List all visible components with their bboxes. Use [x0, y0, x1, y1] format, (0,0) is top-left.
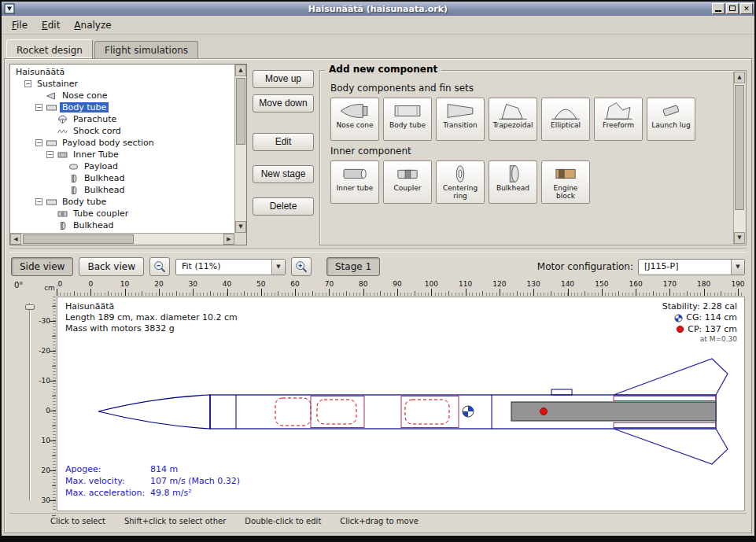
tree-item-shock-cord[interactable]: Shock cord: [10, 125, 234, 137]
add-trapezoidal-button[interactable]: Trapezoidal: [489, 98, 537, 141]
add-bulkhead-button[interactable]: Bulkhead: [489, 160, 537, 204]
side-view-button[interactable]: Side view: [11, 257, 73, 276]
tree-item-body-tube[interactable]: −Body tube: [10, 196, 234, 208]
window-icon[interactable]: [4, 3, 15, 14]
scroll-thumb[interactable]: [735, 85, 744, 210]
tree-item-inner-tube[interactable]: −Inner Tube: [10, 149, 234, 160]
tree-item-nose-cone[interactable]: Nose cone: [10, 90, 234, 101]
apogee-value: 814 m: [150, 464, 178, 476]
add-engine-block-button[interactable]: Engine block: [541, 160, 590, 204]
add-panel-scrollbar[interactable]: ▲ ▼: [733, 72, 745, 244]
rotation-slider-handle[interactable]: [25, 304, 35, 310]
tab-rocket-design[interactable]: Rocket design: [6, 39, 93, 58]
tree-item-bulkhead[interactable]: Bulkhead: [10, 172, 234, 184]
tree-expander-icon[interactable]: −: [24, 80, 31, 87]
title-bar[interactable]: Haisunäätä (haisunaata.ork) ✕: [2, 2, 754, 16]
rotation-angle-label: 0°: [14, 281, 23, 289]
minimize-button[interactable]: [712, 3, 725, 14]
tree-expander-icon[interactable]: −: [35, 104, 42, 111]
motor-configuration-label: Motor configuration:: [537, 261, 633, 272]
add-transition-button[interactable]: Transition: [436, 98, 485, 141]
add-body-tube-button[interactable]: Body tube: [383, 98, 432, 141]
motor-configuration-select[interactable]: [J115-P] ▼: [638, 259, 745, 275]
ruler-label: 40: [217, 280, 238, 288]
cg-marker: [463, 406, 474, 417]
component-label: Inner tube: [335, 185, 375, 193]
tree-item-bulkhead[interactable]: Bulkhead: [10, 219, 234, 231]
edit-button[interactable]: Edit: [253, 133, 314, 151]
rotation-slider[interactable]: [25, 303, 35, 500]
scroll-thumb[interactable]: [23, 234, 134, 244]
tree-item-label: Bulkhead: [71, 220, 116, 230]
new-stage-button[interactable]: New stage: [253, 165, 314, 183]
scroll-up-icon[interactable]: ▲: [235, 65, 246, 76]
component-label: Coupler: [393, 185, 423, 193]
tree-expander-icon[interactable]: −: [35, 139, 42, 146]
add-launch-lug-button[interactable]: Launch lug: [647, 98, 695, 141]
tree-item-haisun-t[interactable]: Haisunäätä: [10, 66, 234, 78]
scroll-right-icon[interactable]: ▶: [223, 234, 234, 245]
add-inner-tube-button[interactable]: Inner tube: [330, 160, 379, 204]
component-label: Engine block: [542, 185, 589, 201]
zoom-in-button[interactable]: [291, 257, 312, 276]
scroll-down-icon[interactable]: ▼: [734, 232, 745, 244]
innertube-icon: [57, 150, 68, 160]
delete-button[interactable]: Delete: [253, 197, 314, 216]
tree-item-parachute[interactable]: Parachute: [10, 113, 234, 125]
scroll-left-icon[interactable]: ◀: [10, 234, 21, 245]
scroll-up-icon[interactable]: ▲: [734, 72, 745, 83]
menu-analyze[interactable]: Analyze: [67, 17, 118, 33]
mach-condition: at M=0.30: [662, 335, 737, 345]
rocket-name: Haisunäätä: [65, 301, 238, 312]
tree-item-bulkhead[interactable]: Bulkhead: [10, 184, 234, 196]
back-view-button[interactable]: Back view: [79, 257, 144, 276]
component-tree[interactable]: Haisunäätä−SustainerNose cone−Body tubeP…: [10, 65, 234, 233]
nosecone-icon: [46, 91, 57, 101]
scroll-thumb[interactable]: [236, 78, 245, 145]
hint-bar: Click to selectShift+click to select oth…: [9, 513, 747, 528]
tree-item-payload[interactable]: Payload: [10, 160, 234, 172]
add-coupler-button[interactable]: Coupler: [383, 160, 432, 204]
ruler-label: 0: [46, 407, 50, 415]
zoom-out-button[interactable]: [149, 257, 170, 276]
tree-item-label: Parachute: [71, 114, 119, 124]
zoom-select[interactable]: Fit (11%) ▼: [175, 259, 286, 275]
ruler-label: 30: [183, 280, 203, 288]
bodytube-icon: [46, 138, 57, 148]
add-freeform-button[interactable]: Freeform: [594, 98, 643, 141]
add-component-panel: Add new component Body components and fi…: [319, 70, 747, 245]
rocket-canvas[interactable]: Haisunäätä Length 189 cm, max. diameter …: [57, 297, 745, 511]
menu-edit[interactable]: Edit: [35, 17, 67, 33]
tree-item-tube-coupler[interactable]: Tube coupler: [10, 208, 234, 219]
tree-expander-icon[interactable]: −: [46, 151, 53, 158]
tree-item-label: Haisunäätä: [13, 67, 67, 77]
tree-item-payload-body-section[interactable]: −Payload body section: [10, 137, 234, 149]
coupler-icon: [57, 209, 68, 219]
tab-flight-simulations[interactable]: Flight simulations: [94, 41, 198, 58]
ruler-label: 140: [558, 280, 578, 288]
menu-file[interactable]: File: [5, 17, 35, 33]
shockcord-icon: [57, 127, 68, 136]
stage-1-toggle[interactable]: Stage 1: [326, 257, 380, 276]
add-nose-cone-button[interactable]: Nose cone: [330, 98, 379, 141]
scroll-down-icon[interactable]: ▼: [235, 221, 246, 233]
add-centering-ring-button[interactable]: Centering ring: [436, 160, 485, 204]
tree-horizontal-scrollbar[interactable]: ◀ ▶: [10, 233, 234, 245]
tree-item-label: Payload body section: [60, 138, 157, 148]
transition-icon: [443, 100, 478, 122]
tree-expander-icon[interactable]: −: [35, 198, 42, 205]
tree-vertical-scrollbar[interactable]: ▲ ▼: [234, 65, 246, 233]
component-label: Elliptical: [549, 122, 582, 130]
rocket-design-panel: Haisunäätä−SustainerNose cone−Body tubeP…: [4, 58, 752, 533]
maximize-button[interactable]: [726, 3, 739, 14]
rocket-view-area: 0° cm -100102030405060708090100110120130…: [9, 279, 747, 513]
split-divider[interactable]: [9, 248, 747, 253]
tree-item-body-tube[interactable]: −Body tube: [10, 101, 234, 113]
tree-item-sustainer[interactable]: −Sustainer: [10, 78, 234, 90]
add-elliptical-button[interactable]: Elliptical: [541, 98, 590, 141]
parachute-icon: [57, 115, 68, 124]
move-down-button[interactable]: Move down: [253, 94, 314, 112]
close-button[interactable]: ✕: [740, 3, 753, 14]
ruler-label: 160: [625, 280, 646, 288]
move-up-button[interactable]: Move up: [253, 70, 314, 88]
